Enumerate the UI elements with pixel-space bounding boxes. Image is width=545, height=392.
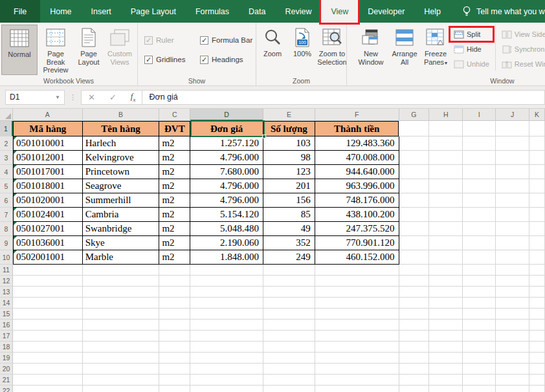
cell-D4[interactable]: 7.680.000 — [190, 165, 263, 179]
cell-F5[interactable]: 963.996.000 — [315, 179, 399, 193]
cell-B1[interactable]: Tên hàng — [83, 121, 160, 136]
cell-K11[interactable] — [529, 265, 545, 276]
cell-B20[interactable] — [83, 364, 160, 375]
name-box[interactable]: D1 ▼ — [5, 90, 65, 105]
cell-E3[interactable]: 98 — [263, 151, 315, 165]
cell-A11[interactable] — [13, 265, 83, 276]
cell-D17[interactable] — [190, 331, 263, 342]
cell-I7[interactable] — [463, 208, 496, 222]
cell-A6[interactable]: 0501020001 — [13, 193, 83, 208]
cell-C18[interactable] — [159, 342, 190, 353]
cell-H13[interactable] — [429, 287, 463, 298]
cell-D16[interactable] — [190, 320, 263, 331]
cell-G10[interactable] — [399, 250, 430, 265]
row-header-12[interactable]: 12 — [0, 276, 13, 287]
cell-A9[interactable]: 0501036001 — [13, 236, 83, 250]
cell-J1[interactable] — [496, 121, 529, 136]
cell-J3[interactable] — [496, 151, 529, 165]
row-header-1[interactable]: 1 — [0, 121, 13, 136]
confirm-entry-icon[interactable]: ✓ — [109, 93, 117, 102]
cell-I16[interactable] — [463, 320, 496, 331]
cell-K21[interactable] — [529, 375, 545, 386]
cell-H6[interactable] — [429, 193, 463, 208]
cell-E13[interactable] — [263, 287, 315, 298]
cell-H19[interactable] — [429, 353, 463, 364]
view-side-by-side-button[interactable]: View Side — [498, 28, 545, 41]
cell-B2[interactable]: Harlech — [83, 136, 160, 151]
cell-F8[interactable]: 247.375.520 — [315, 222, 399, 236]
row-header-4[interactable]: 4 — [0, 165, 13, 179]
cell-G8[interactable] — [399, 222, 430, 236]
cell-G21[interactable] — [399, 375, 430, 386]
cell-I15[interactable] — [463, 309, 496, 320]
cell-A13[interactable] — [13, 287, 83, 298]
cell-H21[interactable] — [429, 375, 463, 386]
cell-D10[interactable]: 1.848.000 — [190, 250, 263, 265]
cell-H9[interactable] — [429, 236, 463, 250]
cell-I17[interactable] — [463, 331, 496, 342]
unhide-button[interactable]: Unhide — [450, 58, 493, 71]
split-button[interactable]: Split — [450, 28, 493, 41]
cell-J16[interactable] — [496, 320, 529, 331]
cell-K8[interactable] — [529, 222, 545, 236]
cell-J13[interactable] — [496, 287, 529, 298]
cell-H20[interactable] — [429, 364, 463, 375]
fill-handle[interactable] — [262, 135, 266, 138]
tab-home[interactable]: Home — [40, 0, 81, 23]
cell-D18[interactable] — [190, 342, 263, 353]
formula-input[interactable]: Đơn giá — [142, 90, 545, 105]
cell-E1[interactable]: Số lượng — [263, 121, 315, 136]
cell-K1[interactable] — [529, 121, 545, 136]
cell-G5[interactable] — [399, 179, 430, 193]
tab-view[interactable]: View — [321, 0, 358, 23]
column-header-G[interactable]: G — [399, 109, 430, 121]
cell-E20[interactable] — [263, 364, 315, 375]
cell-J5[interactable] — [496, 179, 529, 193]
cell-A7[interactable]: 0501024001 — [13, 208, 83, 222]
cell-I20[interactable] — [463, 364, 496, 375]
cell-K16[interactable] — [529, 320, 545, 331]
cell-C8[interactable]: m2 — [159, 222, 190, 236]
cell-C15[interactable] — [159, 309, 190, 320]
cell-E5[interactable]: 201 — [263, 179, 315, 193]
cell-C21[interactable] — [159, 375, 190, 386]
row-header-3[interactable]: 3 — [0, 151, 13, 165]
cell-A18[interactable] — [13, 342, 83, 353]
cell-F20[interactable] — [315, 364, 399, 375]
cell-E16[interactable] — [263, 320, 315, 331]
cell-C7[interactable]: m2 — [159, 208, 190, 222]
column-header-C[interactable]: C — [159, 109, 190, 121]
cell-B3[interactable]: Kelvingrove — [83, 151, 160, 165]
cell-D20[interactable] — [190, 364, 263, 375]
cell-E17[interactable] — [263, 331, 315, 342]
cell-A4[interactable]: 0501017001 — [13, 165, 83, 179]
cell-D12[interactable] — [190, 276, 263, 287]
cell-G20[interactable] — [399, 364, 430, 375]
cell-E10[interactable]: 249 — [263, 250, 315, 265]
cell-K3[interactable] — [529, 151, 545, 165]
cell-I21[interactable] — [463, 375, 496, 386]
normal-view-button[interactable]: Normal — [1, 25, 38, 75]
cell-A1[interactable]: Mã hàng — [13, 121, 83, 136]
cell-I2[interactable] — [463, 136, 496, 151]
cell-F11[interactable] — [315, 265, 399, 276]
cell-J22[interactable] — [496, 386, 529, 392]
cell-H4[interactable] — [429, 165, 463, 179]
cell-I14[interactable] — [463, 298, 496, 309]
cell-A17[interactable] — [13, 331, 83, 342]
cell-B6[interactable]: Summerhill — [83, 193, 160, 208]
cell-H11[interactable] — [429, 265, 463, 276]
cell-F10[interactable]: 460.152.000 — [315, 250, 399, 265]
cell-A2[interactable]: 0501010001 — [13, 136, 83, 151]
column-header-B[interactable]: B — [83, 109, 160, 121]
column-header-I[interactable]: I — [463, 109, 496, 121]
cell-A10[interactable]: 0502001001 — [13, 250, 83, 265]
cell-G6[interactable] — [399, 193, 430, 208]
row-header-18[interactable]: 18 — [0, 342, 13, 353]
cell-B8[interactable]: Swanbridge — [83, 222, 160, 236]
cell-A5[interactable]: 0501018001 — [13, 179, 83, 193]
cell-C20[interactable] — [159, 364, 190, 375]
cell-K10[interactable] — [529, 250, 545, 265]
row-header-19[interactable]: 19 — [0, 353, 13, 364]
cell-H18[interactable] — [429, 342, 463, 353]
